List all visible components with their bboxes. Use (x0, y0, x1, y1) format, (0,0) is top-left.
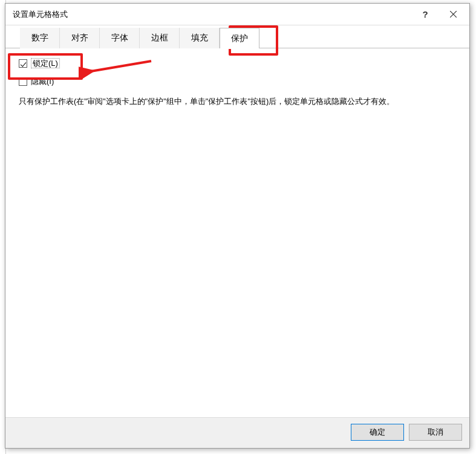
close-icon (450, 11, 457, 18)
locked-checkbox[interactable] (19, 59, 27, 68)
tab-fill[interactable]: 填充 (180, 28, 220, 48)
format-cells-dialog: 设置单元格格式 ? 数字 对齐 字体 边框 填充 保护 锁定(L) 隐藏(I) (5, 3, 470, 449)
locked-checkbox-label: 锁定(L) (31, 58, 60, 69)
close-button[interactable] (439, 5, 467, 24)
ok-button[interactable]: 确定 (351, 424, 404, 441)
tab-content-protection: 锁定(L) 隐藏(I) 只有保护工作表(在"审阅"选项卡上的"保护"组中，单击"… (5, 48, 469, 417)
help-button[interactable]: ? (411, 5, 439, 24)
dialog-titlebar: 设置单元格格式 ? (5, 4, 469, 25)
tab-alignment[interactable]: 对齐 (60, 28, 100, 48)
tab-protection[interactable]: 保护 (220, 28, 259, 48)
tab-strip: 数字 对齐 字体 边框 填充 保护 (5, 28, 469, 48)
tab-border[interactable]: 边框 (140, 28, 180, 48)
dialog-title: 设置单元格格式 (13, 9, 411, 20)
hidden-checkbox-label: 隐藏(I) (31, 76, 54, 87)
locked-checkbox-row[interactable]: 锁定(L) (19, 57, 461, 70)
protection-description: 只有保护工作表(在"审阅"选项卡上的"保护"组中，单击"保护工作表"按钮)后，锁… (19, 96, 461, 108)
tab-number[interactable]: 数字 (20, 28, 60, 48)
tab-font[interactable]: 字体 (100, 28, 140, 48)
cancel-button[interactable]: 取消 (409, 424, 462, 441)
hidden-checkbox[interactable] (19, 77, 27, 86)
dialog-buttons: 确定 取消 (5, 417, 469, 448)
dialog-body: 数字 对齐 字体 边框 填充 保护 锁定(L) 隐藏(I) 只有保护工作表(在"… (5, 25, 469, 448)
hidden-checkbox-row[interactable]: 隐藏(I) (19, 75, 461, 88)
